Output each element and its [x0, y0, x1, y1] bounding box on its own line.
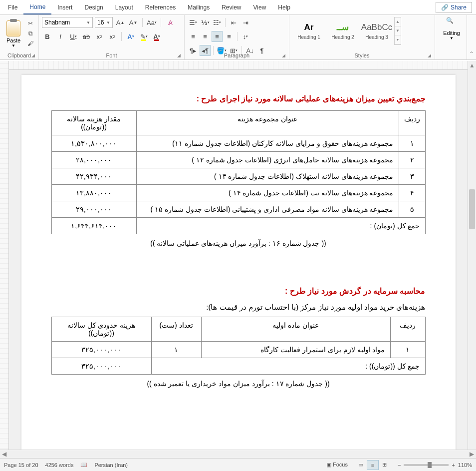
section-heading: جمع‌بندي تعيين ميزان هزينه‌های عملياتی س…	[51, 94, 426, 103]
table-row: ۵مجموعه هزينه‌های سالانه مواد مصرفی ادار…	[51, 201, 425, 218]
style-heading1[interactable]: Ar Heading 1	[292, 17, 325, 45]
scroll-down-icon[interactable]: ▼	[395, 26, 401, 35]
zoom-level[interactable]: 110%	[458, 462, 472, 468]
paste-button[interactable]: Paste ▼	[3, 17, 24, 51]
line-spacing-button[interactable]: ↕▾	[240, 31, 251, 42]
subscript-button[interactable]: x2	[94, 31, 105, 42]
language-indicator[interactable]: Persian (Iran)	[94, 462, 128, 468]
share-label: Share	[451, 4, 467, 11]
word-count[interactable]: 4256 words	[45, 462, 74, 468]
bold-button[interactable]: B	[42, 31, 53, 42]
chevron-down-icon: ▼	[450, 36, 454, 40]
group-font-label: Font	[39, 52, 184, 58]
share-icon: 🔗	[441, 4, 449, 11]
menu-insert[interactable]: Insert	[51, 1, 78, 14]
font-size-combo[interactable]: 16▼	[95, 17, 113, 28]
italic-button[interactable]: I	[55, 31, 66, 42]
focus-mode-button[interactable]: ▣ Focus	[326, 462, 348, 468]
scroll-right-icon[interactable]: ▶	[468, 450, 476, 458]
page-indicator[interactable]: Page 15 of 20	[4, 462, 38, 468]
menu-review[interactable]: Review	[216, 1, 247, 14]
scroll-up-icon[interactable]: ▲	[395, 17, 401, 26]
shrink-font-button[interactable]: A▼	[128, 17, 139, 28]
col-title: عنوان ماده اوليه	[201, 317, 390, 342]
style-heading2[interactable]: ســ Heading 2	[326, 17, 359, 45]
numbering-button[interactable]: ⅓▾	[200, 17, 211, 28]
menu-view[interactable]: View	[247, 1, 272, 14]
font-launcher[interactable]: ◢	[177, 53, 182, 58]
horizontal-scrollbar[interactable]: ◀ ▶	[0, 450, 476, 458]
table-costs: رديف عنوان مجموعه هزينه مقدار هزينه سالا…	[51, 110, 426, 234]
view-buttons: ▭ ≡ ⊞	[355, 460, 391, 470]
style-heading3[interactable]: AaBbCc Heading 3	[360, 17, 393, 45]
styles-launcher[interactable]: ◢	[428, 53, 433, 58]
scroll-up-icon[interactable]: ▲	[468, 61, 476, 69]
scroll-thumb[interactable]	[469, 189, 475, 229]
zoom-slider[interactable]	[404, 464, 449, 466]
copy-button[interactable]: ⧉	[26, 29, 35, 38]
align-right-button[interactable]: ≡	[212, 31, 223, 42]
align-left-button[interactable]: ≡	[188, 31, 199, 42]
clear-formatting-button[interactable]: A̷	[165, 17, 176, 28]
menu-mailings[interactable]: Mailings	[182, 1, 216, 14]
font-name-combo[interactable]: Shabnam▼	[42, 17, 93, 28]
editing-button[interactable]: 🔍 Editing ▼	[438, 17, 465, 40]
ruler-horizontal[interactable]	[9, 61, 468, 70]
print-layout-button[interactable]: ≡	[367, 460, 379, 470]
col-title: عنوان مجموعه هزينه	[136, 111, 399, 135]
collapse-ribbon-button[interactable]: ⌃	[467, 15, 476, 59]
share-button[interactable]: 🔗 Share	[436, 2, 472, 13]
zoom-out-button[interactable]: −	[398, 462, 401, 468]
paste-label: Paste	[6, 37, 20, 43]
col-amount: مقدار هزينه سالانه ((تومان))	[51, 111, 136, 135]
scroll-left-icon[interactable]: ◀	[0, 450, 8, 458]
paste-icon	[6, 20, 20, 36]
superscript-button[interactable]: x2	[107, 31, 118, 42]
web-layout-button[interactable]: ⊞	[379, 460, 391, 470]
group-editing: 🔍 Editing ▼	[435, 15, 467, 59]
bullets-button[interactable]: ☰▾	[188, 17, 199, 28]
highlight-button[interactable]: ✎▾	[138, 31, 149, 42]
document-area: جمع‌بندي تعيين ميزان هزينه‌های عملياتی س…	[0, 61, 476, 458]
table-row: ۱ مواد اوليه لازم برای استمرار فعاليت كا…	[51, 342, 425, 358]
document-page[interactable]: جمع‌بندي تعيين ميزان هزينه‌های عملياتی س…	[21, 75, 456, 453]
strikethrough-button[interactable]: ab	[81, 31, 92, 42]
table-row: ۴مجموعه هزينه‌های سالانه نت (اطلاعات جدو…	[51, 185, 425, 201]
justify-button[interactable]: ≡	[224, 31, 235, 42]
table-header-row: رديف عنوان مجموعه هزينه مقدار هزينه سالا…	[51, 111, 425, 135]
align-center-button[interactable]: ≡	[200, 31, 211, 42]
increase-indent-button[interactable]: ⇥	[240, 17, 251, 28]
expand-icon[interactable]: ▾	[395, 35, 401, 44]
style-preview: ســ	[337, 22, 349, 32]
menu-home[interactable]: Home	[23, 0, 51, 14]
table-materials: رديف عنوان ماده اوليه تعداد (ست) هزينه ح…	[51, 317, 426, 375]
zoom-in-button[interactable]: +	[452, 462, 455, 468]
ruler-vertical[interactable]	[0, 61, 9, 458]
font-color-button[interactable]: A▾	[151, 31, 162, 42]
paragraph-launcher[interactable]: ◢	[282, 53, 287, 58]
menu-design[interactable]: Design	[78, 1, 109, 14]
multilevel-button[interactable]: ☷▾	[212, 17, 223, 28]
read-mode-button[interactable]: ▭	[355, 460, 367, 470]
style-preview: AaBbCc	[361, 22, 392, 32]
menu-references[interactable]: References	[139, 1, 182, 14]
grow-font-button[interactable]: A▲	[115, 17, 126, 28]
spellcheck-icon[interactable]: 📖	[80, 462, 87, 468]
change-case-button[interactable]: Aa▾	[146, 17, 157, 28]
table-caption: (( جدول شماره ۱۶ : برآورد ميزان هزينه‌ها…	[51, 239, 426, 247]
menu-layout[interactable]: Layout	[109, 1, 139, 14]
text-effects-button[interactable]: A▾	[125, 31, 136, 42]
cut-button[interactable]: ✂	[26, 19, 35, 28]
chevron-down-icon: ▼	[86, 20, 90, 25]
format-painter-button[interactable]: 🖌	[26, 39, 35, 48]
menu-file[interactable]: File	[2, 1, 23, 14]
clipboard-launcher[interactable]: ◢	[31, 53, 36, 58]
style-preview: Ar	[304, 22, 314, 32]
styles-scroll[interactable]: ▲ ▼ ▾	[394, 17, 401, 45]
menu-bar: File Home Insert Design Layout Reference…	[0, 0, 476, 15]
vertical-scrollbar[interactable]: ▲ ▼	[468, 61, 476, 458]
menu-help[interactable]: Help	[272, 1, 296, 14]
underline-button[interactable]: U▾	[68, 31, 79, 42]
style-name: Heading 2	[331, 34, 354, 40]
decrease-indent-button[interactable]: ⇤	[228, 17, 239, 28]
